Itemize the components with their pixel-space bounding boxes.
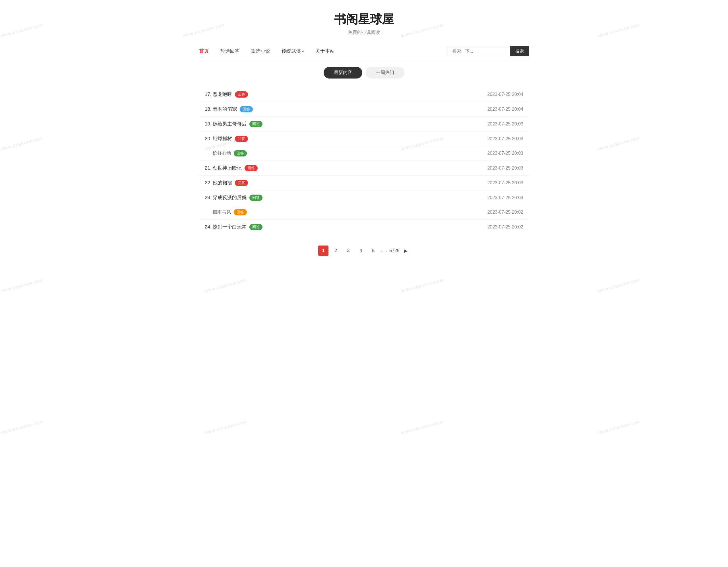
- page-number-4[interactable]: 4: [356, 245, 366, 256]
- item-date: 2023-07-25 20:03: [487, 180, 523, 185]
- item-date: 2023-07-25 20:04: [487, 107, 523, 112]
- item-badge: 回答: [249, 194, 262, 201]
- list-item[interactable]: 细雨与风回答2023-07-25 20:02: [199, 205, 529, 220]
- nav-bar: 首页 盐选回答 盐选小说 传统武侠 关于本站 搜索: [199, 41, 529, 61]
- content-list: 17. 恶龙咆哮回答2023-07-25 20:0418. 暴君的偏宠回答202…: [199, 87, 529, 234]
- item-title: 恰好心动: [205, 150, 231, 156]
- tabs-row: 最新内容 一周热门: [199, 67, 529, 78]
- search-button[interactable]: 搜索: [510, 46, 529, 56]
- item-date: 2023-07-25 20:03: [487, 165, 523, 171]
- item-title: 23. 穿成反派的后妈: [205, 194, 247, 201]
- site-title: 书阁星球屋: [199, 11, 529, 27]
- item-title: 20. 蚍蜉撼树: [205, 135, 232, 142]
- item-title: 21. 创世神历险记: [205, 165, 242, 171]
- item-left: 20. 蚍蜉撼树回答: [205, 135, 476, 142]
- item-badge: 回答: [249, 224, 262, 230]
- item-badge: 回答: [240, 106, 253, 112]
- item-title: 24. 撩到一个白无常: [205, 223, 247, 230]
- item-badge: 回答: [245, 165, 258, 171]
- page-number-2[interactable]: 2: [331, 245, 341, 256]
- item-badge: 回答: [235, 180, 248, 186]
- tab-weekly[interactable]: 一周热门: [366, 67, 404, 78]
- list-item[interactable]: 21. 创世神历险记回答2023-07-25 20:03: [199, 161, 529, 175]
- item-left: 24. 撩到一个白无常回答: [205, 223, 476, 230]
- search-input[interactable]: [448, 46, 510, 56]
- item-left: 19. 嫁给男主哥哥后回答: [205, 121, 476, 127]
- item-date: 2023-07-25 20:03: [487, 195, 523, 200]
- list-item[interactable]: 19. 嫁给男主哥哥后回答2023-07-25 20:03: [199, 117, 529, 131]
- item-left: 恰好心动回答: [205, 150, 476, 156]
- nav-home[interactable]: 首页: [199, 48, 209, 54]
- nav-links: 首页 盐选回答 盐选小说 传统武侠 关于本站: [199, 48, 335, 54]
- nav-traditional[interactable]: 传统武侠: [282, 48, 304, 54]
- item-title: 17. 恶龙咆哮: [205, 91, 232, 98]
- page-dots: . . .: [381, 248, 387, 253]
- list-item[interactable]: 24. 撩到一个白无常回答2023-07-25 20:02: [199, 220, 529, 234]
- list-item[interactable]: 20. 蚍蜉撼树回答2023-07-25 20:03: [199, 131, 529, 146]
- item-left: 22. 她的裙摆回答: [205, 179, 476, 186]
- tab-latest[interactable]: 最新内容: [324, 67, 362, 78]
- pagination: 12345. . .5729▶: [199, 234, 529, 264]
- item-date: 2023-07-25 20:03: [487, 121, 523, 127]
- list-item[interactable]: 22. 她的裙摆回答2023-07-25 20:03: [199, 175, 529, 190]
- page-next-arrow[interactable]: ▶: [402, 247, 410, 254]
- nav-salt-answer[interactable]: 盐选回答: [220, 48, 239, 54]
- item-badge: 回答: [235, 91, 248, 98]
- item-badge: 回答: [249, 121, 262, 127]
- item-title: 19. 嫁给男主哥哥后: [205, 121, 247, 127]
- list-item[interactable]: 17. 恶龙咆哮回答2023-07-25 20:04: [199, 87, 529, 102]
- item-badge: 回答: [234, 209, 247, 215]
- item-title: 22. 她的裙摆: [205, 179, 232, 186]
- item-date: 2023-07-25 20:04: [487, 92, 523, 97]
- nav-search: 搜索: [448, 46, 529, 56]
- item-left: 17. 恶龙咆哮回答: [205, 91, 476, 98]
- item-badge: 回答: [234, 150, 247, 156]
- item-left: 细雨与风回答: [205, 209, 476, 215]
- item-date: 2023-07-25 20:02: [487, 224, 523, 229]
- page-number-1[interactable]: 1: [318, 245, 328, 256]
- page-number-5[interactable]: 5: [368, 245, 379, 256]
- list-item[interactable]: 23. 穿成反派的后妈回答2023-07-25 20:03: [199, 190, 529, 205]
- item-left: 23. 穿成反派的后妈回答: [205, 194, 476, 201]
- site-header: 书阁星球屋 免费的小说阅读: [199, 0, 529, 41]
- item-left: 18. 暴君的偏宠回答: [205, 106, 476, 112]
- item-badge: 回答: [235, 136, 248, 142]
- list-item[interactable]: 18. 暴君的偏宠回答2023-07-25 20:04: [199, 102, 529, 117]
- nav-about[interactable]: 关于本站: [315, 48, 335, 54]
- nav-salt-novel[interactable]: 盐选小说: [251, 48, 270, 54]
- list-item[interactable]: 恰好心动回答2023-07-25 20:03: [199, 146, 529, 161]
- item-date: 2023-07-25 20:03: [487, 136, 523, 141]
- item-title: 18. 暴君的偏宠: [205, 106, 237, 112]
- item-date: 2023-07-25 20:03: [487, 151, 523, 156]
- site-subtitle: 免费的小说阅读: [199, 30, 529, 36]
- page-last[interactable]: 5729: [389, 245, 400, 256]
- item-left: 21. 创世神历险记回答: [205, 165, 476, 171]
- page-number-3[interactable]: 3: [343, 245, 353, 256]
- item-date: 2023-07-25 20:02: [487, 210, 523, 215]
- item-title: 细雨与风: [205, 209, 231, 215]
